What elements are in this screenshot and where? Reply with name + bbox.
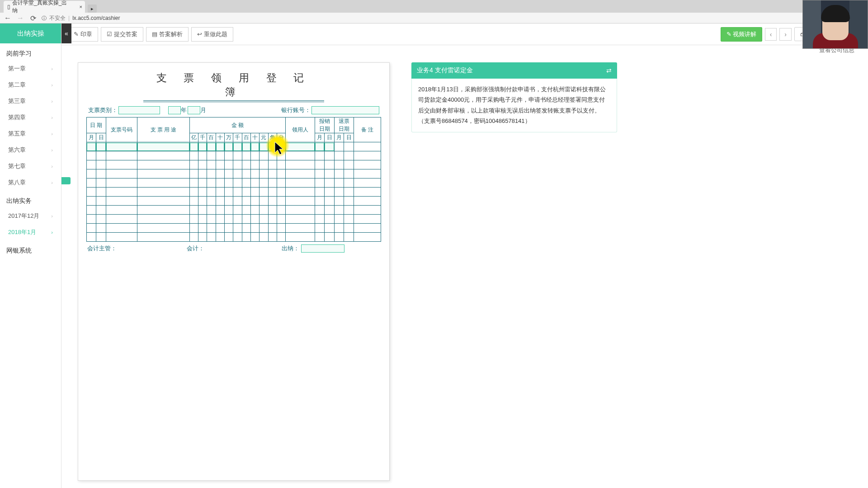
table-row: [87, 215, 381, 224]
sidebar: 出纳实操 岗前学习 第一章›第二章›第三章›第四章›第五章›第六章›第七章›第八…: [0, 23, 61, 488]
sidebar-item[interactable]: 第六章›: [0, 142, 61, 158]
table-row: [87, 224, 381, 233]
col-return-date: 退票 日期: [334, 117, 354, 133]
tab-title: 会计学堂_真账实操_出纳: [12, 0, 71, 14]
accountant-label: 会计：: [187, 244, 204, 253]
sidebar-item[interactable]: 2018年1月›: [0, 224, 61, 240]
cell-input[interactable]: [137, 143, 189, 151]
undo-icon: ↩: [197, 31, 202, 38]
security-label: 不安全: [49, 14, 66, 22]
swap-icon[interactable]: ⇄: [606, 67, 612, 74]
answer-analysis-button[interactable]: ▤答案解析: [146, 27, 189, 42]
bank-account-label: 银行账号：: [281, 106, 311, 114]
prev-button[interactable]: ‹: [765, 28, 777, 41]
cell-input[interactable]: [225, 143, 233, 151]
cell-input[interactable]: [216, 143, 224, 151]
month-input[interactable]: [188, 106, 200, 114]
cell-input[interactable]: [233, 143, 241, 151]
chevron-right-icon: ›: [51, 230, 53, 235]
table-row: [87, 169, 381, 178]
cell-input[interactable]: [277, 143, 285, 151]
toolbar: ✎印章 ☑提交答案 ▤答案解析 ↩重做此题 ✎视频讲解 ‹ › 🗀业务4 支付雷…: [61, 23, 868, 45]
cell-input[interactable]: [286, 143, 314, 151]
cell-input[interactable]: [259, 143, 268, 151]
close-icon[interactable]: ×: [80, 4, 82, 9]
table-row: [87, 233, 381, 242]
sidebar-item[interactable]: 2017年12月›: [0, 208, 61, 224]
table-row: [87, 188, 381, 197]
sidebar-item[interactable]: 第一章›: [0, 61, 61, 77]
page-icon: ▯: [7, 4, 10, 10]
sidebar-item[interactable]: 第七章›: [0, 158, 61, 174]
table-row: [87, 178, 381, 188]
nav-section-ebank[interactable]: 网银系统: [0, 240, 61, 258]
cell-input[interactable]: [315, 143, 324, 151]
next-button[interactable]: ›: [779, 28, 792, 41]
url-text: lx.acc5.com/cashier: [72, 15, 120, 21]
cashier-input[interactable]: [301, 244, 344, 253]
submit-answer-button[interactable]: ☑提交答案: [101, 27, 143, 42]
cell-input[interactable]: [106, 143, 137, 151]
chevron-right-icon: ›: [51, 164, 53, 169]
forward-button[interactable]: →: [16, 14, 24, 22]
task-title: 业务4 支付雷诺定金: [417, 66, 473, 75]
chevron-right-icon: ›: [51, 115, 53, 120]
cell-input[interactable]: [198, 143, 207, 151]
chevron-right-icon: ›: [51, 82, 53, 88]
browser-chrome: ▯ 会计学堂_真账实操_出纳 × ▸ ← → ⟳ ⓘ 不安全 | lx.acc5…: [0, 0, 868, 23]
sidebar-item[interactable]: 第四章›: [0, 109, 61, 126]
cell-input[interactable]: [269, 143, 277, 151]
chevron-right-icon: ›: [51, 66, 53, 71]
browser-tab[interactable]: ▯ 会计学堂_真账实操_出纳 ×: [4, 1, 85, 13]
reload-button[interactable]: ⟳: [29, 14, 37, 22]
table-row: [87, 206, 381, 215]
col-receiver: 领用人: [286, 117, 315, 142]
check-register-table: 日 期 支票号码 支 票 用 途 金 额 领用人 报销 日期 退票 日期 备 注…: [86, 117, 381, 242]
month-label: 月: [200, 106, 206, 114]
col-month: 月: [87, 133, 96, 142]
address-bar[interactable]: ⓘ 不安全 | lx.acc5.com/cashier: [42, 14, 864, 22]
cell-input[interactable]: [251, 143, 259, 151]
cell-input[interactable]: [325, 143, 334, 151]
cell-input[interactable]: [87, 143, 96, 151]
sidebar-item[interactable]: 第八章›: [0, 174, 61, 191]
stamp-button[interactable]: ✎印章: [68, 27, 98, 42]
doc-icon: ▤: [152, 31, 157, 38]
cell-input[interactable]: [96, 143, 105, 151]
sidebar-item[interactable]: 第三章›: [0, 93, 61, 109]
submit-icon: ☑: [107, 31, 112, 38]
edit-icon: ✎: [74, 31, 79, 38]
task-description: 2018年1月13日，采购部张强填制付款申请书，支付杭州雷诺科技有限公司货款定金…: [411, 79, 617, 132]
check-type-label: 支票类别：: [88, 106, 118, 114]
col-remark: 备 注: [354, 117, 381, 142]
cell-input[interactable]: [190, 143, 198, 151]
new-tab-button[interactable]: ▸: [88, 5, 97, 13]
table-row: [87, 197, 381, 206]
year-input[interactable]: [168, 106, 181, 114]
table-row: [87, 160, 381, 169]
redo-button[interactable]: ↩重做此题: [191, 27, 233, 42]
table-row: [87, 151, 381, 160]
pencil-icon: ✎: [726, 31, 731, 38]
switch-document-tab[interactable]: 切换单据: [61, 177, 71, 184]
back-button[interactable]: ←: [4, 14, 12, 22]
video-thumbnail[interactable]: [802, 0, 868, 49]
check-type-input[interactable]: [118, 106, 160, 114]
bank-account-input[interactable]: [311, 106, 379, 114]
chevron-right-icon: ›: [51, 180, 53, 185]
chevron-right-icon: ›: [51, 131, 53, 136]
col-date: 日 期: [87, 117, 106, 133]
task-panel: 业务4 支付雷诺定金 ⇄ 2018年1月13日，采购部张强填制付款申请书，支付杭…: [411, 62, 617, 488]
nav-section-pretraining: 岗前学习: [0, 43, 61, 61]
video-explain-button[interactable]: ✎视频讲解: [721, 27, 762, 42]
sidebar-item[interactable]: 第二章›: [0, 77, 61, 93]
cell-input[interactable]: [242, 143, 250, 151]
chevron-right-icon: ›: [51, 99, 53, 104]
chevron-left-icon: «: [65, 30, 68, 37]
table-row: [87, 142, 381, 151]
collapse-sidebar-button[interactable]: «: [61, 23, 71, 43]
cell-input[interactable]: [207, 143, 215, 151]
year-label: 年: [181, 106, 187, 114]
sidebar-item[interactable]: 第五章›: [0, 126, 61, 142]
chevron-right-icon: ›: [51, 213, 53, 219]
